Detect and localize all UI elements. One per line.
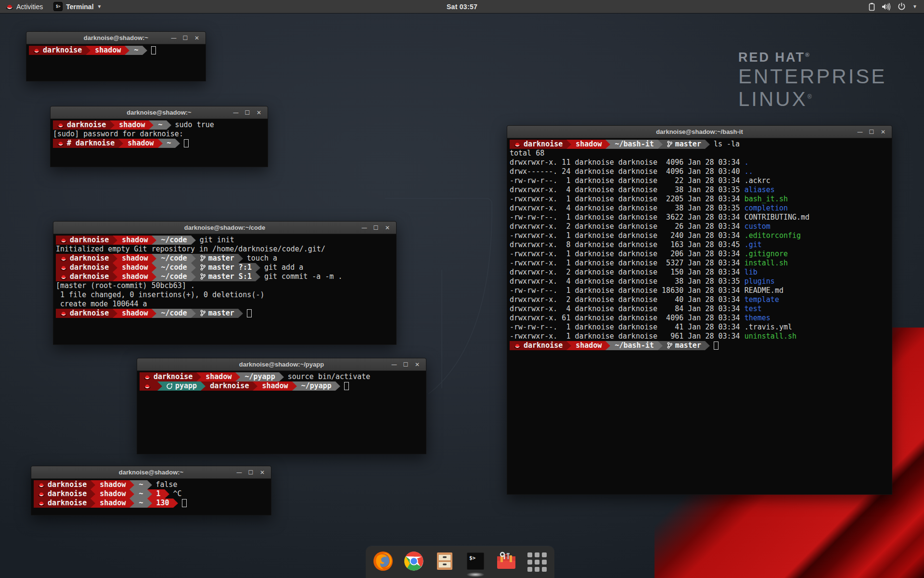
maximize-button[interactable]: ☐: [246, 468, 256, 477]
powerline-separator: [152, 236, 156, 245]
terminal-content-home2[interactable]: darknoiseshadow~sudo true[sudo] password…: [51, 119, 268, 167]
prompt-line: # darknoiseshadow~: [53, 139, 268, 148]
terminal-content-home3[interactable]: darknoiseshadow~falsedarknoiseshadow~1^C…: [31, 479, 271, 515]
prompt-line: darknoiseshadow~/codemaster ?:1git add a: [56, 263, 396, 272]
prompt-line: darknoiseshadow~/pyappsource bin/activat…: [140, 372, 426, 381]
powerline-separator: [86, 46, 90, 55]
dock-item-toolbox[interactable]: [495, 551, 517, 573]
close-button[interactable]: ✕: [192, 33, 202, 43]
terminal-cursor: [182, 499, 187, 507]
dock-item-chrome[interactable]: [403, 551, 425, 573]
prompt-segment: shadow: [95, 489, 129, 499]
file-name: .ackrc: [744, 176, 770, 185]
terminal-cursor: [151, 46, 156, 54]
window-titlebar[interactable]: darknoise@shadow:~ —☐✕: [51, 106, 268, 119]
system-menu-caret-icon[interactable]: ▼: [912, 4, 917, 9]
maximize-button[interactable]: ☐: [371, 223, 381, 233]
powerline-separator: [113, 263, 117, 272]
prompt-segment: shadow: [117, 263, 152, 272]
git-branch-icon: [667, 141, 672, 147]
redhat-prompt-icon: [38, 482, 45, 488]
prompt-segment: ~: [134, 480, 147, 489]
window-titlebar[interactable]: darknoise@shadow:~ —☐✕: [26, 32, 205, 44]
redhat-prompt-icon: [38, 500, 45, 506]
prompt-segment: pyapp: [162, 381, 201, 391]
prompt-segment: darknoise: [205, 381, 253, 391]
terminal-window-home2[interactable]: darknoise@shadow:~ —☐✕ darknoiseshadow~s…: [50, 106, 268, 167]
close-button[interactable]: ✕: [878, 127, 888, 137]
minimize-button[interactable]: —: [855, 127, 865, 137]
prompt-segment: darknoise: [34, 499, 90, 508]
prompt-segment: darknoise: [56, 272, 113, 281]
app-menu-terminal[interactable]: $> Terminal ▼: [49, 0, 106, 13]
terminal-content-home1[interactable]: darknoiseshadow~: [26, 44, 205, 81]
ls-row: drwxrwxr-x. 4 darknoise darknoise 38 Jan…: [510, 204, 892, 213]
file-name: README.md: [744, 286, 783, 295]
terminal-window-pyapp[interactable]: darknoise@shadow:~/pyapp —☐✕ darknoisesh…: [137, 358, 426, 454]
minimize-button[interactable]: —: [231, 108, 241, 118]
minimize-button[interactable]: —: [234, 468, 244, 477]
terminal-content-pyapp[interactable]: darknoiseshadow~/pyappsource bin/activat…: [137, 371, 426, 454]
maximize-button[interactable]: ☐: [180, 33, 190, 43]
window-titlebar[interactable]: darknoise@shadow:~/bash-it —☐✕: [507, 126, 892, 138]
prompt-line: darknoiseshadow~/codemastertouch a: [56, 254, 396, 263]
window-titlebar[interactable]: darknoise@shadow:~ —☐✕: [31, 466, 271, 479]
close-button[interactable]: ✕: [254, 108, 264, 118]
git-branch-icon: [200, 310, 205, 316]
dock-item-appgrid[interactable]: [526, 551, 548, 573]
maximize-button[interactable]: ☐: [243, 108, 252, 118]
activities-button[interactable]: Activities: [0, 0, 49, 13]
rhel-logo-line1: RED HAT®: [738, 50, 886, 65]
minimize-button[interactable]: —: [359, 223, 369, 233]
app-menu-label: Terminal: [66, 3, 93, 11]
file-name: .git: [744, 240, 762, 249]
powerline-separator: [152, 309, 156, 318]
prompt-segment: ~/pyapp: [240, 372, 279, 381]
powerline-separator: [605, 140, 610, 149]
file-manager-icon: [435, 551, 455, 573]
close-button[interactable]: ✕: [383, 223, 392, 233]
terminal-content-code[interactable]: darknoiseshadow~/codegit initInitialized…: [53, 234, 396, 344]
minimize-button[interactable]: —: [169, 33, 179, 43]
command-text: git commit -a -m .: [260, 272, 343, 281]
prompt-segment: ~: [134, 499, 147, 508]
prompt-segment: darknoise: [29, 46, 86, 55]
powerline-separator: [705, 140, 710, 149]
minimize-button[interactable]: —: [389, 360, 399, 369]
command-text: git init: [196, 236, 234, 244]
terminal-window-home1[interactable]: darknoise@shadow:~ —☐✕ darknoiseshadow~: [26, 31, 206, 81]
file-name: test: [744, 304, 762, 313]
powerline-separator: [90, 480, 95, 489]
window-titlebar[interactable]: darknoise@shadow:~/code —☐✕: [53, 222, 396, 234]
prompt-segment: darknoise: [34, 489, 90, 499]
maximize-button[interactable]: ☐: [867, 127, 876, 137]
clock[interactable]: Sat 03:57: [447, 3, 477, 11]
terminal-window-home3[interactable]: darknoise@shadow:~ —☐✕ darknoiseshadow~f…: [31, 466, 271, 515]
powerline-separator: [90, 489, 95, 499]
window-titlebar[interactable]: darknoise@shadow:~/pyapp —☐✕: [137, 358, 426, 371]
close-button[interactable]: ✕: [412, 360, 422, 369]
powerline-separator: [335, 381, 340, 391]
power-icon[interactable]: [898, 2, 906, 11]
python-venv-icon: [167, 383, 172, 389]
powerline-separator: [235, 372, 240, 381]
file-name: .editorconfig: [744, 231, 801, 240]
dock-item-firefox[interactable]: [372, 551, 394, 573]
ls-row: -rwxrwxr-x. 1 darknoise darknoise 240 Ja…: [510, 231, 892, 240]
powerline-separator: [158, 139, 163, 148]
powerline-separator: [173, 499, 178, 508]
prompt-segment: master S:1: [196, 272, 256, 281]
battery-icon[interactable]: [869, 2, 875, 11]
close-button[interactable]: ✕: [257, 468, 267, 477]
terminal-content-bashit[interactable]: darknoiseshadow~/bash-itmasterls -latota…: [507, 138, 892, 494]
prompt-line: darknoiseshadow~1^C: [34, 489, 271, 499]
terminal-cursor: [184, 139, 189, 147]
maximize-button[interactable]: ☐: [401, 360, 411, 369]
terminal-window-code[interactable]: darknoise@shadow:~/code —☐✕ darknoisesha…: [53, 221, 397, 345]
terminal-window-bashit[interactable]: darknoise@shadow:~/bash-it —☐✕ darknoise…: [507, 125, 892, 495]
powerline-separator: [238, 309, 243, 318]
powerline-separator: [196, 372, 201, 381]
dock-item-terminal[interactable]: $>: [464, 551, 487, 573]
volume-icon[interactable]: [882, 3, 891, 11]
dock-item-files[interactable]: [434, 551, 456, 573]
